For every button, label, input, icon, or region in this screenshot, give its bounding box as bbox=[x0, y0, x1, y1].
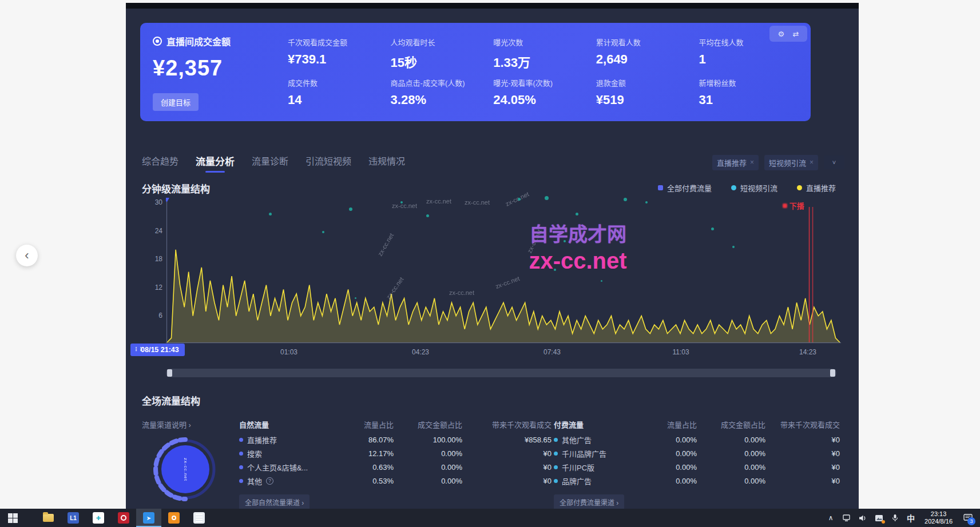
app-l1-button[interactable]: L1 bbox=[61, 509, 86, 527]
natural-traffic-table: 自然流量 流量占比 成交金额占比 带来千次观看成交 直播推荐 86.07% 10… bbox=[239, 416, 552, 509]
taskbar-clock[interactable]: 23:13 2024/8/16 bbox=[920, 510, 957, 525]
legend-swatch bbox=[797, 185, 802, 190]
hero-metrics-grid: 千次观看成交金额 ¥739.1 人均观看时长 15秒 曝光次数 1.33万 累计… bbox=[288, 33, 802, 114]
all-natural-channels-link[interactable]: 全部自然流量渠道 › bbox=[239, 494, 310, 509]
window-title-strip bbox=[126, 3, 859, 9]
start-button[interactable] bbox=[0, 509, 25, 527]
range-handle-left[interactable] bbox=[167, 369, 172, 377]
stream-end-annotation: 下播 bbox=[783, 200, 804, 211]
app-red-button[interactable] bbox=[111, 509, 136, 527]
create-goal-button[interactable]: 创建目标 bbox=[153, 93, 199, 111]
info-icon[interactable]: ? bbox=[266, 477, 273, 485]
legend-live-recommend[interactable]: 直播推荐 bbox=[797, 182, 836, 193]
app-teal-button[interactable]: ✚ bbox=[86, 509, 111, 527]
chevron-left-icon: ‹ bbox=[25, 248, 29, 263]
app-pointer-button-active[interactable]: ➤ bbox=[136, 509, 161, 527]
screenshot-tool-icon[interactable] bbox=[872, 509, 886, 527]
folder-icon bbox=[43, 514, 54, 522]
tray-chevron-icon[interactable]: ∧ bbox=[824, 509, 838, 527]
microphone-icon[interactable] bbox=[888, 509, 902, 527]
notepad-icon bbox=[193, 512, 205, 524]
metric-cell: 人均观看时长 15秒 bbox=[391, 33, 494, 74]
table-row[interactable]: 个人主页&店铺&... 0.63% 0.00% ¥0 bbox=[239, 460, 552, 474]
hero-toolbar: ⚙ ⇄ bbox=[769, 26, 807, 42]
table-header: 自然流量 流量占比 成交金额占比 带来千次观看成交 bbox=[239, 416, 552, 433]
metric-cell: 曝光-观看率(次数) 24.05% bbox=[493, 74, 596, 114]
minute-traffic-chart[interactable]: zx-cc.netzx-cc.netzx-cc.netzx-cc.netzx-c… bbox=[166, 194, 841, 344]
bullet-icon bbox=[239, 465, 243, 469]
paid-traffic-table: 付费流量 流量占比 成交金额占比 带来千次观看成交 其他广告 0.00% 0.0… bbox=[554, 416, 840, 509]
bullet-icon bbox=[239, 479, 243, 483]
windows-taskbar: L1 ✚ ➤ ∧ bbox=[0, 509, 980, 527]
table-row[interactable]: 千川PC版 0.00% 0.00% ¥0 bbox=[554, 460, 840, 474]
metric-cell: 累计观看人数 2,649 bbox=[596, 33, 699, 74]
tab-traffic-analysis[interactable]: 流量分析 bbox=[196, 154, 235, 171]
tab-trend[interactable]: 综合趋势 bbox=[142, 154, 178, 171]
legend-short-video[interactable]: 短视频引流 bbox=[731, 182, 777, 193]
orange-app-icon bbox=[168, 512, 180, 524]
table-row[interactable]: 直播推荐 86.07% 100.00% ¥858.65 bbox=[239, 433, 552, 446]
tab-violations[interactable]: 违规情况 bbox=[368, 154, 405, 171]
table-row[interactable]: 品牌广告 0.00% 0.00% ¥0 bbox=[554, 474, 840, 488]
filter-tag-live-recommend[interactable]: 直播推荐 × bbox=[712, 155, 759, 170]
channel-explain-link[interactable]: 流量渠道说明 › bbox=[142, 419, 191, 430]
speaker-icon[interactable] bbox=[856, 509, 870, 527]
metric-cell: 商品点击-成交率(人数) 3.28% bbox=[391, 74, 494, 114]
y-axis-labels: 30 24 18 12 6 bbox=[146, 197, 162, 323]
red-ring-app-icon bbox=[118, 512, 129, 524]
tab-short-video[interactable]: 引流短视频 bbox=[305, 154, 351, 171]
chevron-down-icon: ˅ bbox=[832, 159, 836, 166]
notification-center-button[interactable]: 3 bbox=[959, 509, 977, 527]
bullet-icon bbox=[239, 452, 243, 456]
gear-icon[interactable]: ⚙ bbox=[777, 30, 784, 38]
bullet-icon bbox=[239, 438, 243, 442]
hero-title-row: 直播间成交金额 bbox=[153, 34, 284, 48]
system-tray: ∧ 中 23:13 2024/8/16 3 bbox=[824, 509, 980, 527]
table-row[interactable]: 其他广告 0.00% 0.00% ¥0 bbox=[554, 433, 840, 446]
app-orange-button[interactable] bbox=[161, 509, 187, 527]
metric-cell: 曝光次数 1.33万 bbox=[493, 33, 596, 74]
traffic-structure-title: 全场流量结构 bbox=[142, 393, 200, 408]
filter-tag-short-video[interactable]: 短视频引流 × bbox=[764, 155, 818, 170]
windows-logo-icon bbox=[8, 513, 18, 523]
range-handle-right[interactable] bbox=[830, 369, 835, 377]
close-icon[interactable]: × bbox=[750, 158, 754, 166]
l1-app-icon: L1 bbox=[68, 512, 79, 524]
table-row[interactable]: 其他 ? 0.53% 0.00% ¥0 bbox=[239, 474, 552, 488]
metric-cell: 成交件数 14 bbox=[288, 74, 391, 114]
teal-app-icon: ✚ bbox=[93, 512, 104, 524]
hero-title: 直播间成交金额 bbox=[166, 34, 231, 48]
bullet-icon bbox=[554, 465, 558, 469]
metric-cell: 退款金额 ¥519 bbox=[596, 74, 699, 114]
legend-swatch bbox=[731, 185, 736, 190]
screen: ‹ 直播间成交金额 ¥2,357 创建目标 千次观看成交金额 ¥739.1 人均… bbox=[0, 0, 980, 527]
back-button[interactable]: ‹ bbox=[16, 245, 38, 266]
clock-time: 23:13 bbox=[925, 510, 953, 518]
legend-paid-traffic[interactable]: 全部付费流量 bbox=[658, 182, 712, 193]
table-row[interactable]: 搜索 12.17% 0.00% ¥0 bbox=[239, 446, 552, 460]
analysis-tabs: 综合趋势 流量分析 流量诊断 引流短视频 违规情况 直播推荐 × 短视频引流 ×… bbox=[142, 153, 844, 171]
chart-range-scrollbar[interactable] bbox=[166, 369, 836, 377]
analytics-window: 直播间成交金额 ¥2,357 创建目标 千次观看成交金额 ¥739.1 人均观看… bbox=[126, 3, 859, 509]
filter-dropdown[interactable]: ˅ bbox=[824, 155, 844, 169]
swap-icon[interactable]: ⇄ bbox=[793, 30, 799, 38]
network-icon[interactable] bbox=[840, 509, 854, 527]
metric-cell: 新增粉丝数 31 bbox=[699, 74, 802, 114]
file-explorer-button[interactable] bbox=[35, 509, 61, 527]
bullet-icon bbox=[554, 438, 558, 442]
target-icon bbox=[153, 37, 162, 46]
close-icon[interactable]: × bbox=[810, 158, 814, 166]
x-axis-labels: 01:03 04:23 07:43 11:03 14:23 bbox=[166, 345, 841, 358]
hero-metrics-card: 直播间成交金额 ¥2,357 创建目标 千次观看成交金额 ¥739.1 人均观看… bbox=[140, 23, 811, 121]
donut-watermark: zx-cc.net bbox=[183, 458, 188, 481]
chart-section-title: 分钟级流量结构 bbox=[142, 181, 210, 195]
ime-indicator[interactable]: 中 bbox=[904, 509, 918, 527]
notepad-button[interactable] bbox=[187, 509, 212, 527]
table-row[interactable]: 千川品牌广告 0.00% 0.00% ¥0 bbox=[554, 446, 840, 460]
clock-date: 2024/8/16 bbox=[925, 518, 953, 525]
chart-legend: 全部付费流量 短视频引流 直播推荐 bbox=[658, 182, 836, 193]
all-paid-channels-link[interactable]: 全部付费流量渠道 › bbox=[554, 494, 624, 509]
flag-icon bbox=[783, 203, 787, 208]
tab-traffic-diagnosis[interactable]: 流量诊断 bbox=[252, 154, 288, 171]
notification-badge: 3 bbox=[967, 517, 975, 525]
